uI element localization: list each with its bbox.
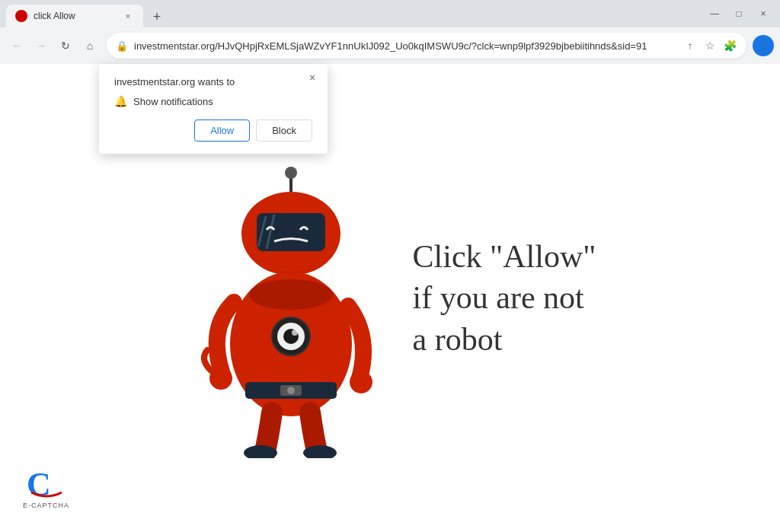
tab-close-button[interactable]: × bbox=[122, 10, 134, 22]
main-content: Click "Allow" if you are not a robot bbox=[154, 123, 627, 473]
address-bar[interactable]: 🔒 investmentstar.org/HJvQHpjRxEMLSjaWZvY… bbox=[107, 33, 746, 59]
forward-button[interactable]: → bbox=[30, 35, 52, 56]
toolbar-right: 👤 bbox=[753, 35, 774, 56]
tab-favicon bbox=[15, 10, 27, 22]
permission-text: Show notifications bbox=[133, 96, 213, 107]
page-content: × investmentstar.org wants to 🔔 Show not… bbox=[0, 64, 780, 532]
svg-point-16 bbox=[287, 387, 295, 394]
profile-icon[interactable]: 👤 bbox=[753, 35, 774, 56]
home-button[interactable]: ⌂ bbox=[79, 35, 101, 56]
reload-button[interactable]: ↻ bbox=[55, 35, 76, 56]
ecaptcha-label: E-CAPTCHA bbox=[23, 502, 69, 509]
close-window-button[interactable]: × bbox=[753, 3, 774, 24]
block-button[interactable]: Block bbox=[256, 119, 312, 142]
address-actions: ↑ ☆ 🧩 bbox=[682, 38, 737, 53]
minimize-button[interactable]: — bbox=[704, 3, 725, 24]
robot-illustration bbox=[184, 154, 398, 443]
svg-point-9 bbox=[249, 279, 333, 310]
bell-icon: 🔔 bbox=[114, 95, 127, 107]
svg-point-2 bbox=[285, 167, 297, 179]
address-text: investmentstar.org/HJvQHpjRxEMLSjaWZvYF1… bbox=[134, 40, 676, 52]
allow-button[interactable]: Allow bbox=[194, 119, 250, 142]
maximize-button[interactable]: □ bbox=[728, 3, 750, 24]
browser-toolbar: ← → ↻ ⌂ 🔒 investmentstar.org/HJvQHpjRxEM… bbox=[0, 27, 780, 64]
svg-point-18 bbox=[350, 371, 372, 393]
browser-tab[interactable]: click Allow × bbox=[6, 5, 143, 27]
popup-title: investmentstar.org wants to bbox=[114, 76, 312, 88]
popup-close-button[interactable]: × bbox=[305, 70, 320, 85]
ecaptcha-logo: C E-CAPTCHA bbox=[23, 464, 69, 509]
page-message: Click "Allow" if you are not a robot bbox=[413, 236, 596, 361]
tab-title: click Allow bbox=[34, 11, 116, 21]
tab-bar: click Allow × + — □ × bbox=[0, 0, 780, 27]
new-tab-button[interactable]: + bbox=[146, 6, 168, 27]
svg-point-13 bbox=[292, 330, 298, 336]
message-line3: a robot bbox=[413, 319, 596, 361]
share-icon[interactable]: ↑ bbox=[682, 38, 698, 53]
lock-icon: 🔒 bbox=[116, 40, 128, 52]
notification-popup: × investmentstar.org wants to 🔔 Show not… bbox=[99, 64, 328, 154]
back-button[interactable]: ← bbox=[6, 35, 27, 56]
extension-puzzle-icon[interactable]: 🧩 bbox=[722, 38, 737, 53]
window-controls: — □ × bbox=[704, 3, 774, 27]
svg-point-0 bbox=[18, 12, 25, 20]
popup-buttons: Allow Block bbox=[114, 119, 312, 142]
browser-chrome: click Allow × + — □ × ← → ↻ ⌂ 🔒 investme… bbox=[0, 0, 780, 64]
message-line2: if you are not bbox=[413, 277, 596, 319]
popup-permission: 🔔 Show notifications bbox=[114, 95, 312, 107]
message-line1: Click "Allow" bbox=[413, 236, 596, 278]
bookmark-icon[interactable]: ☆ bbox=[702, 38, 718, 53]
